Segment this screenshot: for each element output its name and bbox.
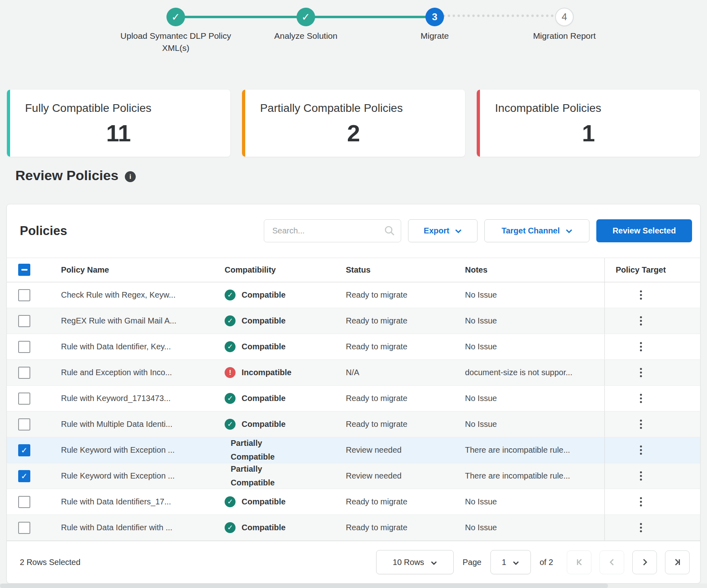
- notes-text: No Issue: [465, 316, 497, 326]
- table-row[interactable]: Rule with Data Identifier with ... Compa…: [7, 515, 700, 541]
- step-number-badge: 4: [555, 8, 574, 26]
- rows-per-page-select[interactable]: 10 Rows: [376, 550, 454, 574]
- previous-page-button[interactable]: [600, 550, 624, 574]
- panel-title: Policies: [20, 224, 67, 238]
- kebab-menu-icon[interactable]: [638, 288, 644, 302]
- compatibility-badge: Partially Compatible: [225, 462, 282, 489]
- card-accent-bar: [7, 90, 10, 157]
- select-all-checkbox[interactable]: [18, 264, 30, 276]
- status-text: Ready to migrate: [346, 420, 407, 429]
- page-number-select[interactable]: 1: [490, 550, 531, 574]
- kebab-menu-icon[interactable]: [638, 469, 644, 483]
- row-checkbox[interactable]: [18, 341, 30, 353]
- policy-name: Rule with Data Identifier with ...: [61, 523, 173, 532]
- compatible-check-icon: [225, 393, 236, 404]
- kebab-menu-icon[interactable]: [638, 314, 644, 328]
- table-footer: 2 Rows Selected 10 Rows Page 1 of 2: [7, 541, 700, 583]
- status-text: Ready to migrate: [346, 394, 407, 403]
- row-checkbox[interactable]: [18, 470, 30, 482]
- policy-name: Rule with Keyword_1713473...: [61, 394, 170, 403]
- status-text: N/A: [346, 368, 359, 377]
- column-status[interactable]: Status: [346, 265, 465, 275]
- step-migration-report[interactable]: 4 Migration Report: [498, 0, 631, 42]
- column-policy-name[interactable]: Policy Name: [61, 265, 225, 275]
- column-notes[interactable]: Notes: [465, 265, 604, 275]
- compatible-check-icon: [225, 522, 236, 533]
- notes-text: There are incompatible rule...: [465, 471, 570, 481]
- kebab-menu-icon[interactable]: [638, 495, 644, 509]
- step-label: Upload Symantec DLP Policy XML(s): [109, 30, 242, 54]
- kebab-menu-icon[interactable]: [638, 417, 644, 431]
- card-partially-compatible: Partially Compatible Policies 2: [242, 90, 465, 157]
- column-compatibility[interactable]: Compatibility: [225, 265, 346, 275]
- table-row[interactable]: Rule with Keyword_1713473... Compatible …: [7, 386, 700, 412]
- notes-text: No Issue: [465, 394, 497, 403]
- row-checkbox[interactable]: [18, 393, 30, 405]
- kebab-menu-icon[interactable]: [638, 340, 644, 354]
- card-accent-bar: [477, 90, 480, 157]
- export-label: Export: [424, 226, 449, 235]
- row-checkbox[interactable]: [18, 418, 30, 430]
- search-input[interactable]: [264, 219, 401, 242]
- wizard-stepper: Upload Symantec DLP Policy XML(s) Analyz…: [0, 0, 707, 61]
- check-circle-icon: [297, 8, 315, 26]
- table-row[interactable]: Rule Keyword with Exception ... Partiall…: [7, 437, 700, 463]
- compatibility-badge: Compatible: [225, 315, 286, 326]
- status-text: Ready to migrate: [346, 497, 407, 506]
- rows-per-page-value: 10 Rows: [393, 558, 424, 567]
- export-button[interactable]: Export: [408, 219, 478, 242]
- table-row[interactable]: Rule with Data Identifier, Key... Compat…: [7, 334, 700, 360]
- kebab-menu-icon[interactable]: [638, 365, 644, 380]
- card-incompatible: Incompatible Policies 1: [477, 90, 700, 157]
- table-row[interactable]: Check Rule with Regex, Keyw... Compatibl…: [7, 282, 700, 308]
- row-checkbox[interactable]: [18, 522, 30, 534]
- row-checkbox[interactable]: [18, 289, 30, 301]
- chevron-down-icon: [431, 558, 437, 567]
- kebab-menu-icon[interactable]: [638, 391, 644, 405]
- step-label: Migrate: [368, 30, 501, 42]
- compatibility-badge: Compatible: [225, 341, 286, 352]
- table-row[interactable]: RegEX Rule with Gmail Mail A... Compatib…: [7, 308, 700, 334]
- target-channel-button[interactable]: Target Channel: [484, 219, 589, 242]
- page-label: Page: [463, 558, 482, 567]
- kebab-menu-icon[interactable]: [638, 443, 644, 457]
- notes-text: No Issue: [465, 342, 497, 351]
- next-page-button[interactable]: [632, 550, 657, 574]
- notes-text: There are incompatible rule...: [465, 445, 570, 455]
- step-analyze[interactable]: Analyze Solution: [239, 0, 372, 42]
- status-text: Ready to migrate: [346, 342, 407, 351]
- row-checkbox[interactable]: [18, 315, 30, 327]
- compatibility-badge: Compatible: [225, 290, 286, 300]
- row-checkbox[interactable]: [18, 496, 30, 508]
- chevron-down-icon: [566, 226, 572, 235]
- row-checkbox[interactable]: [18, 444, 30, 456]
- step-upload[interactable]: Upload Symantec DLP Policy XML(s): [109, 0, 242, 54]
- last-page-button[interactable]: [665, 550, 690, 574]
- table-row[interactable]: Rule and Exception with Inco... Incompat…: [7, 360, 700, 386]
- table-row[interactable]: Rule Keyword with Exception ... Partiall…: [7, 463, 700, 489]
- compatibility-badge: Compatible: [225, 419, 286, 430]
- chevron-down-icon: [513, 558, 519, 567]
- card-count: 2: [260, 120, 447, 147]
- notes-text: No Issue: [465, 290, 497, 300]
- first-page-button[interactable]: [567, 550, 591, 574]
- compatibility-badge: Incompatible: [225, 367, 291, 378]
- table-row[interactable]: Rule with Data Identifiers_17... Compati…: [7, 489, 700, 515]
- scrollbar-thumb[interactable]: [0, 584, 608, 588]
- column-policy-target[interactable]: Policy Target: [604, 258, 700, 282]
- status-text: Ready to migrate: [346, 316, 407, 326]
- compatibility-label: Partially Compatible: [231, 437, 282, 464]
- compatibility-badge: Partially Compatible: [225, 437, 282, 464]
- card-title: Incompatible Policies: [495, 102, 700, 115]
- kebab-menu-icon[interactable]: [638, 521, 644, 535]
- review-selected-button[interactable]: Review Selected: [596, 219, 692, 242]
- horizontal-scrollbar[interactable]: [0, 584, 707, 588]
- info-icon[interactable]: i: [125, 171, 136, 182]
- row-checkbox[interactable]: [18, 367, 30, 379]
- step-migrate[interactable]: 3 Migrate: [368, 0, 501, 42]
- compatible-check-icon: [225, 419, 236, 430]
- compatibility-label: Compatible: [242, 316, 286, 326]
- card-fully-compatible: Fully Compatible Policies 11: [7, 90, 230, 157]
- table-row[interactable]: Rule with Multiple Data Identi... Compat…: [7, 412, 700, 437]
- card-title: Partially Compatible Policies: [260, 102, 465, 115]
